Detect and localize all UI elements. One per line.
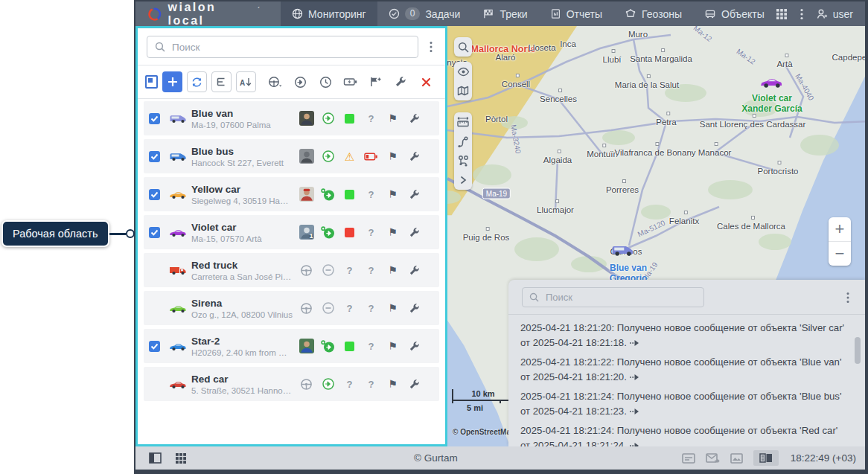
unit-status2-icon[interactable]: ?	[360, 303, 382, 314]
map-layers-button[interactable]	[454, 81, 472, 100]
sort-button[interactable]: A	[236, 71, 256, 92]
unit-flag-icon[interactable]: ⚑	[382, 303, 403, 313]
unit-status2-icon[interactable]: ?	[360, 265, 382, 276]
unit-flag-icon[interactable]: ⚑	[382, 189, 403, 199]
unit-row[interactable]: Violet car Ma-15, 07570 Artà 1?⚑	[144, 215, 439, 249]
unit-settings-icon[interactable]	[403, 303, 425, 314]
unit-row[interactable]: Red car 5. Straße, 30521 Hannover ??⚑	[144, 367, 439, 401]
log-menu-button[interactable]	[841, 292, 855, 304]
unit-name[interactable]: Blue bus	[191, 146, 293, 157]
unit-status-icon[interactable]: ?	[339, 379, 360, 390]
select-all-checkbox[interactable]	[145, 75, 158, 89]
unit-status-icon[interactable]	[339, 114, 360, 124]
unit-row[interactable]: Star-2 H20269, 2.40 km from Cy... ?⚑	[144, 329, 439, 363]
tab-geofences[interactable]: Геозоны	[613, 1, 693, 26]
media-button[interactable]	[730, 453, 743, 464]
bottom-apps-button[interactable]	[175, 452, 187, 464]
unit-motion-icon[interactable]	[317, 188, 339, 202]
unit-groups-button[interactable]	[211, 71, 232, 92]
measure-distance-button[interactable]	[454, 112, 472, 132]
unit-name[interactable]: Blue van	[191, 108, 293, 119]
unit-row[interactable]: Yellow car Siegelweg 4, 30519 Hann... ?⚑	[144, 177, 439, 211]
column-connection-header[interactable]	[315, 76, 336, 89]
log-toggle-button[interactable]	[753, 450, 779, 466]
unit-settings-icon[interactable]	[403, 151, 425, 162]
unit-checkbox[interactable]	[149, 227, 160, 238]
unit-flag-icon[interactable]: ⚑	[382, 341, 403, 351]
map-search-control[interactable]	[454, 37, 472, 57]
unit-checkbox[interactable]	[149, 113, 160, 124]
log-search-box[interactable]	[522, 287, 704, 307]
unit-motion-icon[interactable]	[317, 339, 339, 353]
track-tool-button[interactable]	[454, 132, 472, 151]
unit-checkbox[interactable]	[149, 379, 160, 390]
user-menu-button[interactable]: user	[816, 8, 853, 20]
map-eye-button[interactable]	[454, 62, 472, 81]
unit-motion-icon[interactable]	[317, 301, 339, 315]
unit-checkbox[interactable]	[149, 189, 160, 200]
tab-reports[interactable]: Отчеты	[539, 1, 613, 26]
unit-status-icon[interactable]: ⚠	[339, 151, 360, 162]
unit-motion-icon[interactable]	[317, 150, 339, 163]
column-battery-header[interactable]	[340, 77, 361, 87]
unit-flag-icon[interactable]: ⚑	[382, 113, 403, 124]
unit-row[interactable]: Sirena Ozo g., 12A, 08200 Vilnius ??⚑	[144, 291, 439, 325]
apps-grid-button[interactable]	[776, 8, 788, 20]
refresh-button[interactable]	[187, 71, 207, 92]
log-entry[interactable]: 2025-04-21 18:21:20: Получено новое сооб…	[520, 321, 846, 350]
unit-search-box[interactable]	[147, 36, 418, 58]
tab-tasks[interactable]: 0 Задачи	[377, 1, 472, 26]
unit-motion-icon[interactable]	[317, 225, 339, 240]
zoom-out-button[interactable]: −	[829, 242, 851, 266]
log-search-input[interactable]	[544, 291, 697, 304]
unit-row[interactable]: Blue van Ma-19, 07600 Palma ?⚑	[144, 101, 439, 135]
unit-status-icon[interactable]	[339, 228, 360, 237]
log-entry[interactable]: 2025-04-21 18:21:24: Получено новое сооб…	[520, 389, 846, 418]
unit-search-input[interactable]	[170, 41, 410, 54]
unit-status-icon[interactable]: ?	[339, 265, 360, 276]
unit-row[interactable]: Blue bus Hancock St 227, Everett ⚠⚑	[144, 139, 439, 173]
unit-settings-icon[interactable]	[403, 189, 425, 200]
tab-objects[interactable]: Объекты	[693, 1, 776, 26]
unit-flag-icon[interactable]: ⚑	[382, 265, 403, 275]
unit-driver-icon[interactable]	[296, 264, 317, 277]
unit-status-icon[interactable]: ?	[339, 303, 360, 314]
expand-tools-button[interactable]	[454, 170, 472, 190]
toggle-left-panel-button[interactable]	[149, 452, 162, 464]
unit-driver-icon[interactable]	[296, 111, 317, 126]
topbar-menu-button[interactable]	[800, 8, 803, 20]
unit-name[interactable]: Sirena	[191, 298, 293, 309]
column-motion-header[interactable]	[290, 76, 311, 89]
map-area[interactable]: Mallorca NorteAlaróLlosetaIncaBunyolaCon…	[447, 26, 865, 446]
zoom-in-button[interactable]: +	[829, 217, 851, 242]
unit-driver-icon[interactable]	[296, 149, 317, 164]
log-entry[interactable]: 2025-04-21 18:21:24: Получено новое сооб…	[520, 423, 846, 446]
column-flag-header[interactable]	[366, 76, 386, 88]
column-driver-header[interactable]	[265, 76, 286, 88]
unit-settings-icon[interactable]	[403, 379, 425, 390]
unit-driver-icon[interactable]: 1	[296, 225, 317, 240]
unit-driver-icon[interactable]	[296, 187, 317, 202]
unit-name[interactable]: Red truck	[191, 260, 293, 271]
unit-status2-icon[interactable]: ?	[360, 189, 382, 200]
unit-settings-icon[interactable]	[403, 265, 425, 276]
unit-checkbox[interactable]	[149, 151, 160, 162]
tab-monitoring[interactable]: Мониторинг	[281, 1, 377, 26]
log-scrollbar[interactable]	[855, 337, 861, 364]
unit-map-marker[interactable]	[610, 244, 636, 257]
unit-status2-icon[interactable]: ?	[360, 341, 382, 352]
unit-row[interactable]: Red truck Carretera a San José Pinul... …	[144, 253, 439, 287]
column-settings-header[interactable]	[391, 76, 412, 88]
add-unit-button[interactable]	[162, 71, 182, 92]
unit-name[interactable]: Yellow car	[191, 184, 293, 195]
map-search-button[interactable]	[454, 37, 472, 57]
unit-checkbox[interactable]	[149, 265, 160, 276]
unit-settings-icon[interactable]	[403, 341, 425, 352]
log-entry[interactable]: 2025-04-21 18:21:22: Получено новое сооб…	[520, 355, 846, 384]
app-logo[interactable]: wialon local ˊ	[135, 1, 281, 26]
unit-checkbox[interactable]	[149, 303, 160, 314]
unit-driver-icon[interactable]	[296, 339, 317, 353]
notices-button[interactable]	[682, 453, 695, 464]
unit-driver-icon[interactable]	[296, 378, 317, 391]
unit-map-marker[interactable]	[759, 76, 785, 89]
